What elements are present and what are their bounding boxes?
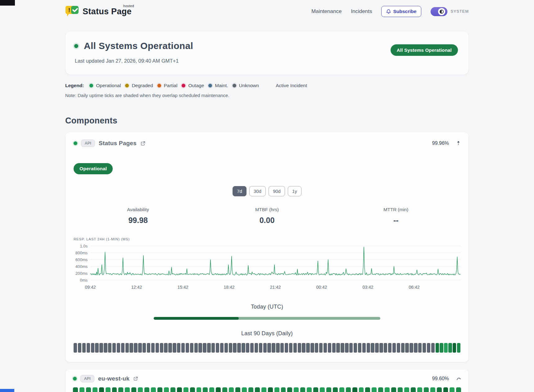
uptime-tick[interactable] xyxy=(211,343,215,353)
uptime-tick[interactable] xyxy=(384,343,387,353)
uptime-tick[interactable] xyxy=(255,387,260,392)
uptime-tick[interactable] xyxy=(246,343,249,353)
range-button-30d[interactable]: 30d xyxy=(249,186,266,196)
uptime-tick[interactable] xyxy=(313,387,318,392)
collapse-arrow-icon[interactable] xyxy=(456,140,460,146)
uptime-tick[interactable] xyxy=(190,387,195,392)
uptime-tick[interactable] xyxy=(280,343,284,353)
uptime-tick[interactable] xyxy=(401,343,405,353)
uptime-tick[interactable] xyxy=(125,387,130,392)
uptime-tick[interactable] xyxy=(86,387,91,392)
uptime-tick[interactable] xyxy=(209,387,214,392)
uptime-tick[interactable] xyxy=(99,343,103,353)
uptime-tick[interactable] xyxy=(423,343,426,353)
uptime-tick[interactable] xyxy=(349,343,353,353)
uptime-tick[interactable] xyxy=(170,387,175,392)
uptime-tick[interactable] xyxy=(405,343,409,353)
uptime-tick[interactable] xyxy=(457,343,460,353)
uptime-tick[interactable] xyxy=(375,343,378,353)
brand-logo[interactable]: ! Status Page hosted xyxy=(65,5,132,18)
uptime-tick[interactable] xyxy=(143,343,146,353)
uptime-tick[interactable] xyxy=(339,387,344,392)
uptime-tick[interactable] xyxy=(333,387,338,392)
uptime-tick[interactable] xyxy=(129,343,133,353)
uptime-tick[interactable] xyxy=(168,343,172,353)
uptime-tick[interactable] xyxy=(125,343,129,353)
uptime-tick[interactable] xyxy=(359,387,364,392)
uptime-tick[interactable] xyxy=(430,387,435,392)
uptime-tick[interactable] xyxy=(147,343,150,353)
range-button-1y[interactable]: 1y xyxy=(288,186,301,196)
uptime-tick[interactable] xyxy=(186,343,189,353)
uptime-tick[interactable] xyxy=(112,343,116,353)
uptime-tick[interactable] xyxy=(436,343,439,353)
uptime-tick[interactable] xyxy=(164,387,169,392)
uptime-tick[interactable] xyxy=(367,343,370,353)
uptime-tick[interactable] xyxy=(310,343,314,353)
uptime-tick[interactable] xyxy=(237,343,241,353)
uptime-tick[interactable] xyxy=(160,343,163,353)
uptime-tick[interactable] xyxy=(336,343,340,353)
uptime-tick[interactable] xyxy=(298,343,301,353)
uptime-tick[interactable] xyxy=(177,387,182,392)
uptime-tick[interactable] xyxy=(117,343,120,353)
uptime-tick[interactable] xyxy=(91,343,94,353)
uptime-tick[interactable] xyxy=(156,343,159,353)
uptime-tick[interactable] xyxy=(233,343,236,353)
uptime-tick[interactable] xyxy=(131,387,136,392)
uptime-tick[interactable] xyxy=(79,387,84,392)
uptime-tick[interactable] xyxy=(276,343,279,353)
uptime-tick[interactable] xyxy=(203,387,208,392)
uptime-tick[interactable] xyxy=(346,387,351,392)
uptime-tick[interactable] xyxy=(431,343,435,353)
uptime-tick[interactable] xyxy=(104,343,107,353)
uptime-tick[interactable] xyxy=(82,343,86,353)
uptime-tick[interactable] xyxy=(398,387,403,392)
uptime-tick[interactable] xyxy=(417,387,422,392)
uptime-tick[interactable] xyxy=(134,343,137,353)
uptime-tick[interactable] xyxy=(267,343,271,353)
subscribe-button[interactable]: Subscribe xyxy=(381,6,421,17)
uptime-tick[interactable] xyxy=(272,343,275,353)
uptime-tick[interactable] xyxy=(404,387,409,392)
uptime-tick[interactable] xyxy=(328,343,331,353)
uptime-tick[interactable] xyxy=(391,387,396,392)
uptime-tick[interactable] xyxy=(229,343,232,353)
uptime-tick[interactable] xyxy=(144,387,149,392)
uptime-tick[interactable] xyxy=(261,387,266,392)
uptime-tick[interactable] xyxy=(173,343,176,353)
uptime-tick[interactable] xyxy=(181,343,185,353)
range-button-7d[interactable]: 7d xyxy=(233,186,247,196)
uptime-tick[interactable] xyxy=(222,387,227,392)
uptime-tick[interactable] xyxy=(250,343,254,353)
uptime-tick[interactable] xyxy=(345,343,348,353)
uptime-tick[interactable] xyxy=(372,387,377,392)
uptime-tick[interactable] xyxy=(326,387,331,392)
uptime-tick[interactable] xyxy=(108,343,111,353)
uptime-tick[interactable] xyxy=(164,343,167,353)
uptime-tick[interactable] xyxy=(320,387,325,392)
uptime-tick[interactable] xyxy=(388,343,391,353)
uptime-tick[interactable] xyxy=(352,387,357,392)
uptime-tick[interactable] xyxy=(216,343,219,353)
uptime-tick[interactable] xyxy=(121,343,124,353)
uptime-tick[interactable] xyxy=(268,387,273,392)
uptime-tick[interactable] xyxy=(203,343,206,353)
uptime-tick[interactable] xyxy=(411,387,416,392)
uptime-tick[interactable] xyxy=(358,343,361,353)
uptime-tick[interactable] xyxy=(427,343,430,353)
uptime-tick[interactable] xyxy=(302,343,305,353)
uptime-tick[interactable] xyxy=(385,387,390,392)
uptime-tick[interactable] xyxy=(73,387,78,392)
uptime-tick[interactable] xyxy=(371,343,374,353)
uptime-tick[interactable] xyxy=(418,343,422,353)
uptime-tick[interactable] xyxy=(324,343,327,353)
uptime-tick[interactable] xyxy=(220,343,224,353)
uptime-tick[interactable] xyxy=(378,387,383,392)
uptime-tick[interactable] xyxy=(293,343,297,353)
uptime-tick[interactable] xyxy=(229,387,234,392)
uptime-tick[interactable] xyxy=(437,387,442,392)
uptime-tick[interactable] xyxy=(397,343,400,353)
uptime-tick[interactable] xyxy=(138,343,142,353)
external-link-icon[interactable] xyxy=(140,141,146,146)
